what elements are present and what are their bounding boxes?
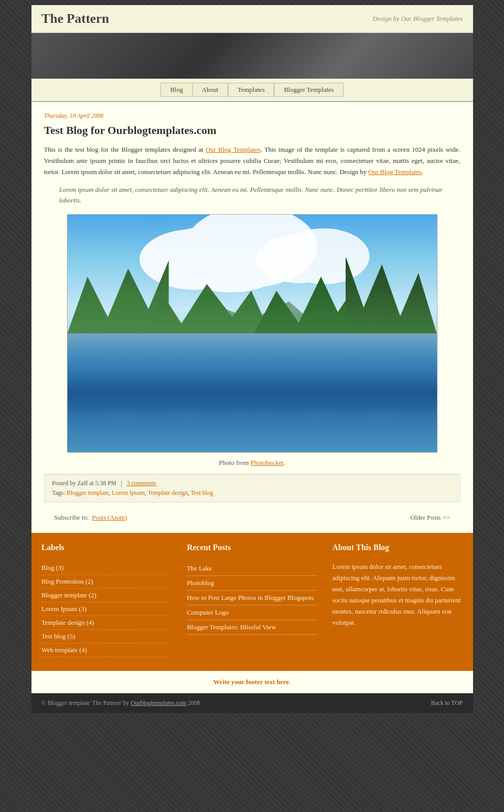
list-item[interactable]: How to Post Large Photos in Blogger Blog… (187, 591, 317, 605)
footer-text: Write your footer text here. (213, 678, 290, 686)
label-template-design[interactable]: Template design (4) (42, 619, 94, 626)
nav-item-templates[interactable]: Templates (228, 83, 274, 97)
post-body-text-3: . (422, 168, 423, 176)
list-item[interactable]: Blogger template (2) (42, 589, 172, 602)
label-blogger-template[interactable]: Blogger template (2) (42, 591, 96, 599)
subscribe-section: Subscribe to: Posts (Atom) (54, 514, 127, 522)
comments-link[interactable]: 3 comments (127, 480, 156, 487)
photo-caption: Photo from Photobucket. (44, 459, 460, 467)
recent-posts-list: The Lake Photoblog How to Post Large Pho… (187, 561, 317, 635)
photo-caption-post: . (283, 459, 285, 466)
label-test-blog[interactable]: Test blog (5) (42, 632, 75, 640)
tag-test-blog[interactable]: Test blog (191, 489, 213, 496)
about-widget: About This Blog Lorem ipsum dolor sit am… (332, 543, 463, 657)
list-item[interactable]: Test blog (5) (42, 630, 172, 644)
sub-bar: Subscribe to: Posts (Atom) Older Posts >… (44, 507, 460, 528)
post-body-text-1: This is the test blog for the Blogger te… (44, 146, 206, 153)
tag-lorem-ipsum[interactable]: Lorem Ipsum (112, 489, 145, 496)
nav-item-blogger-templates[interactable]: Blogger Templates (274, 83, 343, 97)
recent-post-the-lake[interactable]: The Lake (187, 564, 212, 572)
main-content: Thursday, 10 April 2008 Test Blog for Ou… (31, 102, 473, 693)
recent-post-computer-logo[interactable]: Computer Logo (187, 608, 229, 616)
nav-item-blog[interactable]: Blog (160, 83, 192, 97)
post-body: This is the test blog for the Blogger te… (44, 144, 460, 178)
list-item[interactable]: Blog (3) (42, 561, 172, 575)
nav-item-about[interactable]: About (192, 83, 228, 97)
banner (31, 33, 473, 79)
list-item[interactable]: Computer Logo (187, 605, 317, 620)
footer-bottom: Write your footer text here. (31, 670, 473, 693)
post-image-container (44, 214, 460, 455)
ourblogtemplates-link[interactable]: Ourblogtemplates.com (131, 699, 187, 706)
recent-post-blissful-view[interactable]: Blogger Templates: Blissful View (187, 623, 276, 631)
footer-separator: | (121, 480, 122, 487)
about-text: Lorem ipsum dolor sit amet, consectetuer… (332, 561, 463, 629)
subscribe-pre: Subscribe to: (54, 514, 89, 521)
list-item[interactable]: Blog Promotion (2) (42, 575, 172, 589)
photo-caption-pre: Photo from (219, 459, 250, 466)
recent-posts-title: Recent Posts (187, 543, 317, 554)
list-item[interactable]: Lorem Ipsum (3) (42, 602, 172, 616)
site-title: The Pattern (42, 11, 110, 26)
recent-post-large-photos[interactable]: How to Post Large Photos in Blogger Blog… (187, 594, 314, 601)
back-to-top[interactable]: Back to TOP (431, 699, 462, 707)
label-blog-promotion[interactable]: Blog Promotion (2) (42, 578, 93, 585)
labels-title: Labels (42, 543, 172, 554)
tags-label: Tags: (52, 489, 65, 496)
posted-by: Posted by Zaff at 5:38 PM (52, 480, 117, 487)
copyright-section: © Blogger template 'The Pattern' by Ourb… (42, 699, 200, 707)
post-title: Test Blog for Ourblogtemplates.com (44, 124, 460, 137)
site-header: The Pattern Design by Our Blogger Templa… (31, 5, 473, 33)
label-web-template[interactable]: Web template (4) (42, 646, 87, 654)
label-blog[interactable]: Blog (3) (42, 564, 64, 571)
copyright-text: © Blogger template 'The Pattern' by (42, 699, 131, 706)
subscribe-link[interactable]: Posts (Atom) (92, 514, 127, 521)
labels-list: Blog (3) Blog Promotion (2) Blogger temp… (42, 561, 172, 657)
nav-bar: Blog About Templates Blogger Templates (31, 79, 473, 102)
labels-widget: Labels Blog (3) Blog Promotion (2) Blogg… (42, 543, 172, 657)
bottom-bar: © Blogger template 'The Pattern' by Ourb… (31, 693, 473, 713)
design-credit: Design by Our Blogger Templates (373, 15, 462, 23)
recent-posts-widget: Recent Posts The Lake Photoblog How to P… (187, 543, 317, 657)
list-item[interactable]: Blogger Templates: Blissful View (187, 620, 317, 635)
older-posts[interactable]: Older Posts >> (410, 514, 450, 522)
post-footer: Posted by Zaff at 5:38 PM | 3 comments T… (44, 474, 460, 502)
post-link-2[interactable]: Our Blog Templates (368, 168, 422, 176)
about-title: About This Blog (332, 543, 463, 554)
list-item[interactable]: Web template (4) (42, 644, 172, 657)
widgets-bar: Labels Blog (3) Blog Promotion (2) Blogg… (31, 533, 473, 670)
post-date: Thursday, 10 April 2008 (44, 112, 460, 120)
copyright-year: 2008 (186, 699, 200, 706)
post-image (67, 214, 438, 453)
photobucket-link[interactable]: Photobucket (250, 459, 283, 466)
older-posts-link[interactable]: Older Posts >> (410, 514, 450, 521)
tag-template-design[interactable]: Template design (148, 489, 188, 496)
label-lorem-ipsum[interactable]: Lorem Ipsum (3) (42, 605, 87, 613)
tag-blogger-template[interactable]: Blogger template (66, 489, 109, 496)
post-quote: Lorem ipsum dolor sit amet, consectetuer… (59, 185, 445, 206)
recent-post-photoblog[interactable]: Photoblog (187, 579, 214, 587)
list-item[interactable]: Photoblog (187, 576, 317, 591)
list-item[interactable]: Template design (4) (42, 616, 172, 630)
post-link-1[interactable]: Our Blog Templates (206, 146, 260, 153)
list-item[interactable]: The Lake (187, 561, 317, 576)
